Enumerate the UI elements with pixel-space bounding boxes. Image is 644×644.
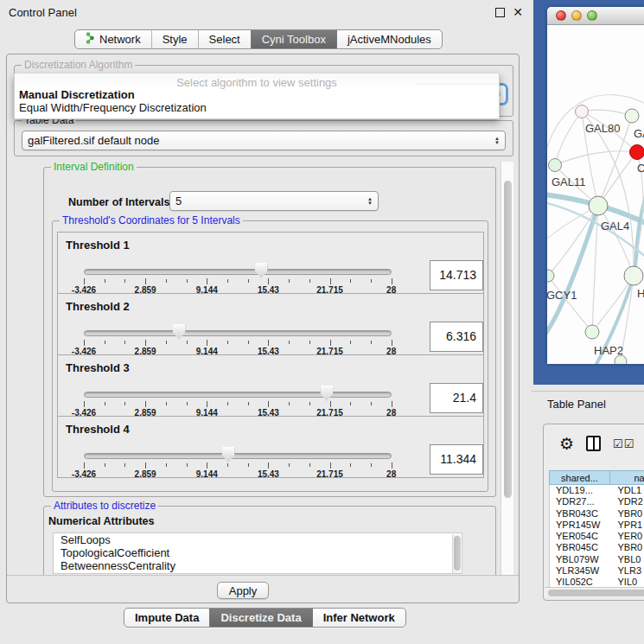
- threshold-slider[interactable]: -3.4262.8599.14415.4321.71528: [84, 258, 392, 291]
- tick-mark: [330, 401, 331, 407]
- slider-thumb[interactable]: [173, 324, 186, 340]
- threshold-slider[interactable]: -3.4262.8599.14415.4321.71528: [84, 320, 392, 353]
- control-panel: Control Panel ✕ Network Style Select Cyn…: [0, 0, 532, 644]
- attribute-list-item[interactable]: BetweennessCentrality: [54, 559, 462, 572]
- network-node[interactable]: [547, 270, 554, 282]
- apply-button[interactable]: Apply: [217, 582, 269, 599]
- settings-scrollbar[interactable]: [501, 162, 513, 575]
- network-node[interactable]: [624, 266, 643, 285]
- tab-cyni-toolbox[interactable]: Cyni Toolbox: [251, 30, 336, 48]
- number-of-intervals-combobox[interactable]: 5 ▲▼: [169, 191, 379, 211]
- table-row[interactable]: YBR045C YBR0: [550, 542, 644, 553]
- cell-shared-name[interactable]: YPR145W: [550, 520, 610, 531]
- cell-name[interactable]: YER0: [610, 531, 644, 542]
- cell-shared-name[interactable]: YER054C: [550, 531, 610, 542]
- split-columns-icon[interactable]: [586, 436, 601, 451]
- tab-style[interactable]: Style: [151, 30, 198, 48]
- table-hscrollbar-thumb[interactable]: [548, 590, 644, 596]
- cell-name[interactable]: YDR2: [610, 496, 644, 507]
- gear-icon[interactable]: ⚙: [559, 436, 574, 452]
- network-node[interactable]: [625, 109, 639, 123]
- tab-jactivemnodules[interactable]: jActiveMNodules: [336, 30, 442, 48]
- network-edge[interactable]: [582, 112, 634, 276]
- table-row[interactable]: YER054C YER0: [550, 531, 644, 542]
- table-row[interactable]: YBL079W YBL0: [550, 554, 644, 565]
- table-horizontal-scrollbar[interactable]: [545, 587, 644, 597]
- tick-label: 28: [386, 469, 396, 479]
- control-panel-title: Control Panel: [9, 6, 495, 19]
- cell-name[interactable]: YBL0: [610, 554, 644, 565]
- cell-shared-name[interactable]: YBL079W: [550, 554, 610, 565]
- slider-thumb[interactable]: [222, 447, 235, 462]
- table-row[interactable]: YDL19... YDL1: [550, 485, 644, 496]
- cell-name[interactable]: YLR3: [610, 565, 644, 577]
- tick-mark: [207, 340, 207, 346]
- network-node[interactable]: [585, 325, 599, 339]
- slider-track[interactable]: [84, 269, 392, 275]
- threshold-value-field[interactable]: 6.316: [430, 322, 483, 352]
- network-edge[interactable]: [592, 276, 634, 332]
- table-row[interactable]: YLR345W YLR3: [550, 565, 644, 577]
- threshold-slider[interactable]: -3.4262.8599.14415.4321.71528: [84, 443, 392, 475]
- table-data-combobox[interactable]: galFiltered.sif default node ▲▼: [22, 131, 506, 150]
- slider-track[interactable]: [84, 392, 392, 398]
- cell-name[interactable]: YBR0: [610, 542, 644, 553]
- float-panel-icon[interactable]: [495, 8, 505, 17]
- slider-thumb[interactable]: [255, 263, 268, 278]
- network-edge[interactable]: [547, 206, 598, 336]
- checked-box-icons[interactable]: ☑☑: [613, 437, 634, 450]
- network-node[interactable]: [576, 105, 589, 118]
- threshold-value-field[interactable]: 14.713: [430, 260, 483, 290]
- window-close-icon[interactable]: [556, 10, 566, 21]
- combo-stepper-icon: ▲▼: [489, 137, 500, 145]
- cell-shared-name[interactable]: YLR345W: [550, 565, 610, 577]
- dropdown-item-manual-discretization[interactable]: Manual Discretization: [15, 88, 499, 101]
- network-canvas[interactable]: GAL80GACGAL11GAL4GCY1HHAP2: [547, 25, 644, 364]
- column-header-shared-name[interactable]: shared...: [549, 470, 610, 485]
- tab-impute-data[interactable]: Impute Data: [124, 609, 209, 627]
- window-zoom-icon[interactable]: [587, 10, 597, 21]
- tab-network[interactable]: Network: [75, 30, 151, 48]
- slider-ticks: [84, 462, 392, 469]
- settings-scrollbar-thumb[interactable]: [504, 181, 512, 498]
- tab-infer-network[interactable]: Infer Network: [312, 609, 405, 627]
- close-panel-icon[interactable]: ✕: [513, 8, 523, 17]
- cell-name[interactable]: YPR1: [610, 520, 644, 531]
- cell-name[interactable]: YDL1: [610, 485, 644, 496]
- cell-shared-name[interactable]: YBR045C: [550, 542, 610, 553]
- threshold-value-field[interactable]: 11.344: [430, 444, 483, 475]
- slider-track[interactable]: [84, 330, 392, 336]
- attributes-list-scrollbar[interactable]: [452, 534, 461, 574]
- table-row[interactable]: YBR043C YBR0: [550, 508, 644, 520]
- tick-mark: [350, 402, 351, 405]
- threshold-value-field[interactable]: 21.4: [430, 383, 483, 413]
- network-node[interactable]: [630, 145, 644, 160]
- network-node[interactable]: [549, 159, 562, 172]
- tick-mark: [309, 463, 310, 467]
- cell-shared-name[interactable]: YBR043C: [550, 508, 610, 520]
- table-row[interactable]: YDR27... YDR2: [550, 496, 644, 507]
- table-row[interactable]: YPR145W YPR1: [550, 520, 644, 531]
- tab-select[interactable]: Select: [198, 30, 251, 48]
- settings-scroll-area: Interval Definition Number of Intervals …: [10, 160, 501, 575]
- attribute-list-item[interactable]: TopologicalCoefficient: [54, 546, 462, 559]
- cell-shared-name[interactable]: YDL19...: [550, 485, 610, 496]
- dropdown-item-equal-width-frequency[interactable]: Equal Width/Frequency Discretization: [15, 101, 499, 114]
- threshold-slider[interactable]: -3.4262.8599.14415.4321.71528: [84, 381, 392, 414]
- cell-shared-name[interactable]: YDR27...: [550, 496, 610, 507]
- window-minimize-icon[interactable]: [571, 10, 582, 21]
- attribute-list-item[interactable]: SelfLoops: [54, 533, 462, 546]
- cell-name[interactable]: YBR0: [610, 508, 644, 520]
- network-node-label: GAL11: [552, 175, 586, 188]
- tick-label: 15.43: [258, 469, 279, 479]
- network-window-titlebar[interactable]: [547, 7, 644, 25]
- network-edge[interactable]: [548, 206, 598, 276]
- network-edge[interactable]: [555, 151, 637, 165]
- attributes-scrollbar-thumb[interactable]: [454, 536, 461, 571]
- tab-discretize-data[interactable]: Discretize Data: [209, 609, 311, 627]
- network-node[interactable]: [589, 196, 608, 215]
- slider-track[interactable]: [84, 453, 392, 459]
- numerical-attributes-list[interactable]: SelfLoopsTopologicalCoefficientBetweenne…: [53, 532, 462, 574]
- column-header-name[interactable]: na: [610, 470, 644, 485]
- slider-thumb[interactable]: [320, 386, 333, 401]
